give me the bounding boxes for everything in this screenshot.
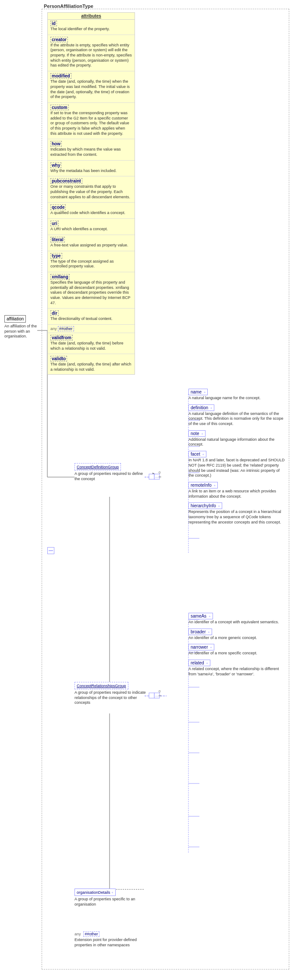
- attr-custom-name: custom: [50, 105, 69, 110]
- org-details: organisationDetails + A group of propert…: [74, 889, 145, 907]
- right-item-name: name + A natural language name for the c…: [188, 389, 285, 401]
- attr-how-name: how: [50, 141, 62, 147]
- concept-rel-group: ConceptRelationshipsGroup A group of pro…: [74, 682, 147, 706]
- attr-validto-name: validto: [50, 356, 67, 362]
- connector-square: [47, 547, 54, 554]
- attr-type: type The type of the concept assigned as…: [48, 252, 135, 271]
- attr-modified-desc: The date (and, optionally, the time) whe…: [50, 79, 132, 100]
- attr-modified-name: modified: [50, 73, 71, 79]
- rel-item-related-desc: A related concept, where the relationshi…: [188, 667, 285, 677]
- rel-item-narrower-desc: An identifier of a more specific concept…: [188, 651, 285, 656]
- attributes-section: attributes id The local identifier of th…: [47, 12, 135, 375]
- attr-pubconstraint-name: pubconstraint: [50, 178, 82, 184]
- concept-def-group-desc: A group of properties required to define…: [74, 471, 145, 481]
- diagram-container: PersonAffiliationType — ▶: [0, 0, 298, 980]
- attr-id-name: id: [50, 21, 57, 26]
- attr-qcode: qcode A qualified code which identifies …: [48, 204, 135, 218]
- right-item-sameas: sameAs + An identifier of a concept with…: [188, 613, 285, 625]
- attributes-title: attributes: [81, 14, 101, 18]
- attr-validto: validto The date (and, optionally, the t…: [48, 355, 135, 374]
- rel-item-narrower-label: narrower +: [188, 644, 214, 650]
- attr-creator-desc: If the attribute is empty, specifies whi…: [50, 43, 132, 68]
- attr-literal-desc: A free-text value assigned as property v…: [50, 243, 132, 248]
- attr-why-desc: Why the metadata has been included.: [50, 169, 132, 174]
- right-item-narrower: narrower + An identifier of a more speci…: [188, 644, 285, 656]
- attr-dir-desc: The directionality of textual content.: [50, 316, 132, 322]
- attr-validfrom: validfrom The date (and, optionally, the…: [48, 334, 135, 353]
- def-item-name-desc: A natural language name for the concept.: [188, 396, 285, 401]
- bottom-any-other-desc: Extension point for provider-defined pro…: [74, 938, 145, 948]
- concept-rel-group-desc: A group of properties required to indica…: [74, 690, 147, 706]
- attr-xmllang-name: xmllang: [50, 274, 70, 280]
- def-item-note-label: note +: [188, 430, 206, 437]
- right-item-facet: facet + In NAR 1.8 and later, facet is d…: [188, 451, 285, 478]
- rel-item-broader-label: broader +: [188, 629, 212, 635]
- attr-validfrom-name: validfrom: [50, 335, 73, 341]
- attr-type-name: type: [50, 253, 62, 259]
- attr-any-other: any ##other: [48, 326, 135, 332]
- attr-qcode-name: qcode: [50, 204, 66, 210]
- attr-literal-name: literal: [50, 237, 65, 242]
- page-title: PersonAffiliationType: [44, 4, 93, 9]
- right-item-broader: broader + An identifier of a more generi…: [188, 629, 285, 641]
- right-items-def: name + A natural language name for the c…: [188, 389, 285, 528]
- def-item-hierarchyinfo-label: hierarchyInfo +: [188, 502, 222, 509]
- attr-dir: dir The directionality of textual conten…: [48, 309, 135, 323]
- right-items-rel: sameAs + An identifier of a concept with…: [188, 613, 285, 680]
- def-item-hierarchyinfo-desc: Represents the position of a concept in …: [188, 509, 285, 525]
- rel-item-related-label: related +: [188, 660, 210, 666]
- rel-item-sameas-label: sameAs +: [188, 613, 213, 619]
- right-item-remoteinfo: remoteInfo + A link to an item or a web …: [188, 482, 285, 499]
- attr-how-desc: Indicates by which means the value was e…: [50, 147, 132, 157]
- attr-how: how Indicates by which means the value w…: [48, 140, 135, 159]
- attr-custom-desc: If set to true the corresponding propert…: [50, 111, 132, 136]
- attr-uri-name: uri: [50, 221, 59, 226]
- affiliation-label: affiliation: [4, 315, 26, 323]
- attr-pubconstraint: pubconstraint One or many constraints th…: [48, 177, 135, 201]
- attr-literal: literal A free-text value assigned as pr…: [48, 236, 135, 250]
- org-details-label: organisationDetails +: [77, 890, 114, 895]
- concept-def-group-label: ConceptDefinitionGroup: [77, 465, 119, 469]
- attr-validto-desc: The date (and, optionally, the time) aft…: [50, 362, 132, 372]
- attr-dir-name: dir: [50, 310, 59, 316]
- def-item-definition-label: definition +: [188, 404, 214, 411]
- affiliation-box: affiliation An affiliation of the person…: [4, 315, 37, 339]
- attr-xmllang: xmllang Specifies the language of this p…: [48, 273, 135, 307]
- attr-validfrom-desc: The date (and, optionally, the time) bef…: [50, 341, 132, 351]
- attr-why-name: why: [50, 162, 61, 168]
- attr-qcode-desc: A qualified code which identifies a conc…: [50, 211, 132, 216]
- attr-creator-name: creator: [50, 37, 68, 42]
- attr-uri: uri A URI which identifies a concept.: [48, 220, 135, 234]
- def-item-note-desc: Additional natural language information …: [188, 437, 285, 447]
- right-item-definition: definition + A natural language definiti…: [188, 404, 285, 427]
- right-item-note: note + Additional natural language infor…: [188, 430, 285, 447]
- concept-rel-group-label: ConceptRelationshipsGroup: [77, 684, 126, 688]
- attr-xmllang-desc: Specifies the language of this property …: [50, 280, 132, 306]
- attr-pubconstraint-desc: One or many constraints that apply to pu…: [50, 184, 132, 200]
- attr-uri-desc: A URI which identifies a concept.: [50, 227, 132, 232]
- affiliation-desc: An affiliation of the person with an org…: [4, 324, 37, 339]
- rel-item-sameas-desc: An identifier of a concept with equivale…: [188, 620, 285, 625]
- attr-why: why Why the metadata has been included.: [48, 162, 135, 176]
- def-item-facet-label: facet +: [188, 451, 206, 457]
- attr-id: id The local identifier of the property.: [48, 20, 135, 34]
- def-item-definition-desc: A natural language definition of the sem…: [188, 411, 285, 427]
- def-item-name-label: name +: [188, 389, 208, 395]
- attr-id-desc: The local identifier of the property.: [50, 27, 132, 32]
- def-item-remoteinfo-label: remoteInfo +: [188, 482, 218, 488]
- rel-item-broader-desc: An identifier of a more generic concept.: [188, 636, 285, 641]
- attributes-header: attributes: [48, 13, 135, 20]
- right-item-related: related + A related concept, where the r…: [188, 660, 285, 677]
- attr-custom: custom If set to true the corresponding …: [48, 104, 135, 138]
- attr-modified: modified The date (and, optionally, the …: [48, 72, 135, 102]
- attr-type-desc: The type of the concept assigned as cont…: [50, 259, 132, 269]
- right-item-hierarchyinfo: hierarchyInfo + Represents the position …: [188, 502, 285, 525]
- bottom-any-other: any ##other Extension point for provider…: [74, 931, 145, 948]
- attr-creator: creator If the attribute is empty, speci…: [48, 36, 135, 70]
- def-item-remoteinfo-desc: A link to an item or a web resource whic…: [188, 489, 285, 499]
- concept-def-group: ConceptDefinitionGroup A group of proper…: [74, 463, 145, 481]
- def-item-facet-desc: In NAR 1.8 and later, facet is deprecate…: [188, 458, 285, 478]
- org-details-desc: A group of properties specific to an org…: [74, 897, 145, 907]
